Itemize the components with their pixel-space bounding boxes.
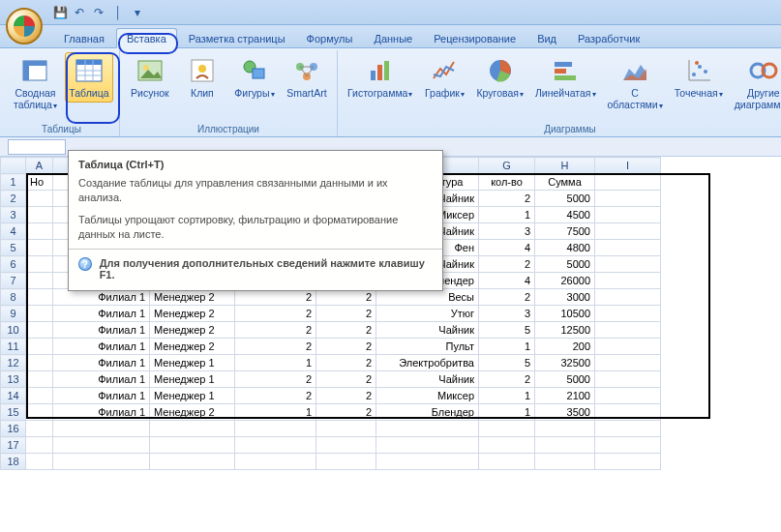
cell[interactable]: 4500 xyxy=(535,207,595,223)
cell[interactable]: Утюг xyxy=(376,306,479,322)
office-button[interactable] xyxy=(6,8,43,44)
cell[interactable] xyxy=(26,421,53,437)
cell[interactable]: 2100 xyxy=(535,388,595,404)
cell[interactable] xyxy=(595,339,661,355)
cell[interactable] xyxy=(535,437,595,454)
cell[interactable]: 1 xyxy=(479,388,535,404)
cell[interactable] xyxy=(26,371,53,388)
cell[interactable] xyxy=(26,355,53,371)
row-header[interactable]: 11 xyxy=(1,339,26,355)
cell[interactable] xyxy=(595,421,661,437)
row-header[interactable]: 6 xyxy=(1,256,26,273)
cell[interactable]: 2 xyxy=(235,371,316,388)
name-box[interactable] xyxy=(8,139,66,155)
ribbon-btn-pivot[interactable]: Своднаятаблица xyxy=(10,52,61,113)
ribbon-btn-shapes[interactable]: Фигуры xyxy=(230,52,279,103)
cell[interactable]: Электробритва xyxy=(376,355,479,371)
row-header[interactable]: 13 xyxy=(1,371,26,388)
cell[interactable] xyxy=(535,421,595,437)
cell[interactable]: 1 xyxy=(479,404,535,421)
cell[interactable] xyxy=(376,421,479,437)
row-header[interactable]: 14 xyxy=(1,388,26,404)
cell[interactable]: 7500 xyxy=(535,223,595,240)
cell[interactable]: 2 xyxy=(479,191,535,207)
row-header[interactable]: 3 xyxy=(1,207,26,223)
tab-вид[interactable]: Вид xyxy=(527,29,566,47)
cell[interactable] xyxy=(26,273,53,289)
row-header[interactable]: 18 xyxy=(1,454,26,470)
row-header[interactable]: 4 xyxy=(1,223,26,240)
cell[interactable]: 32500 xyxy=(535,355,595,371)
row-header[interactable]: 10 xyxy=(1,322,26,339)
cell[interactable] xyxy=(235,454,316,470)
cell[interactable]: Блендер xyxy=(376,404,479,421)
save-icon[interactable]: 💾 xyxy=(52,5,68,20)
cell[interactable] xyxy=(595,191,661,207)
cell[interactable]: Филиал 1 xyxy=(53,306,150,322)
cell[interactable]: 3 xyxy=(479,306,535,322)
row-header[interactable]: 5 xyxy=(1,240,26,256)
cell[interactable]: 2 xyxy=(316,404,376,421)
ribbon-btn-smartart[interactable]: SmartArt xyxy=(283,52,331,103)
tab-данные[interactable]: Данные xyxy=(364,29,422,47)
cell[interactable] xyxy=(26,223,53,240)
redo-icon[interactable]: ↷ xyxy=(91,5,106,20)
cell[interactable]: 5 xyxy=(479,355,535,371)
cell[interactable] xyxy=(376,454,479,470)
cell[interactable]: Сумма xyxy=(535,174,595,191)
ribbon-btn-bar[interactable]: Гистограмма xyxy=(344,52,417,103)
cell[interactable]: 4800 xyxy=(535,240,595,256)
ribbon-btn-scatter[interactable]: Точечная xyxy=(671,52,727,103)
tab-разметка страницы[interactable]: Разметка страницы xyxy=(179,29,295,47)
cell[interactable]: Менеджер 2 xyxy=(150,404,235,421)
cell[interactable]: 2 xyxy=(316,371,376,388)
col-header[interactable]: A xyxy=(26,158,53,174)
cell[interactable]: 2 xyxy=(235,339,316,355)
cell[interactable] xyxy=(53,437,150,454)
ribbon-btn-clip[interactable]: Клип xyxy=(178,52,226,103)
cell[interactable]: 2 xyxy=(235,388,316,404)
cell[interactable] xyxy=(26,191,53,207)
ribbon-btn-area[interactable]: Собластями xyxy=(604,52,667,113)
cell[interactable] xyxy=(26,388,53,404)
cell[interactable]: Филиал 1 xyxy=(53,339,150,355)
ribbon-btn-picture[interactable]: Рисунок xyxy=(126,52,174,103)
cell[interactable]: Менеджер 1 xyxy=(150,388,235,404)
cell[interactable]: 2 xyxy=(316,355,376,371)
cell[interactable]: 3 xyxy=(479,223,535,240)
tab-формулы[interactable]: Формулы xyxy=(297,29,363,47)
row-header[interactable]: 2 xyxy=(1,191,26,207)
tab-вставка[interactable]: Вставка xyxy=(116,28,177,48)
cell[interactable] xyxy=(150,454,235,470)
cell[interactable] xyxy=(535,454,595,470)
cell[interactable]: 2 xyxy=(235,306,316,322)
cell[interactable]: Филиал 1 xyxy=(53,388,150,404)
cell[interactable]: 200 xyxy=(535,339,595,355)
cell[interactable] xyxy=(26,339,53,355)
cell[interactable]: Филиал 1 xyxy=(53,355,150,371)
cell[interactable]: 5 xyxy=(479,322,535,339)
cell[interactable] xyxy=(26,437,53,454)
cell[interactable] xyxy=(150,437,235,454)
cell[interactable] xyxy=(479,421,535,437)
cell[interactable]: 26000 xyxy=(535,273,595,289)
row-header[interactable]: 15 xyxy=(1,404,26,421)
ribbon-btn-table[interactable]: Таблица xyxy=(65,52,113,103)
cell[interactable] xyxy=(26,240,53,256)
col-header[interactable]: G xyxy=(479,158,535,174)
cell[interactable]: 1 xyxy=(479,339,535,355)
cell[interactable] xyxy=(150,421,235,437)
cell[interactable]: Филиал 1 xyxy=(53,404,150,421)
cell[interactable] xyxy=(26,322,53,339)
cell[interactable] xyxy=(479,437,535,454)
cell[interactable]: 5000 xyxy=(535,371,595,388)
tab-рецензирование[interactable]: Рецензирование xyxy=(424,29,526,47)
col-header[interactable]: H xyxy=(535,158,595,174)
cell[interactable] xyxy=(595,223,661,240)
cell[interactable] xyxy=(479,454,535,470)
cell[interactable]: 3500 xyxy=(535,404,595,421)
cell[interactable] xyxy=(26,289,53,306)
cell[interactable] xyxy=(235,421,316,437)
cell[interactable] xyxy=(595,207,661,223)
cell[interactable] xyxy=(595,355,661,371)
